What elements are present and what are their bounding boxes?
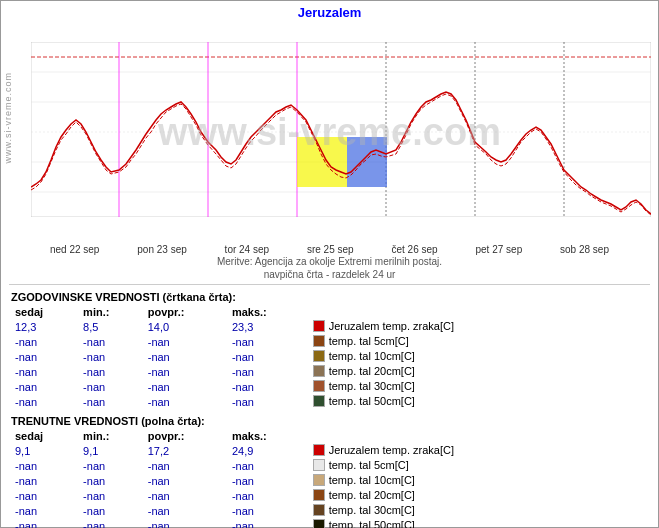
hist-maks-4: -nan bbox=[228, 379, 309, 394]
curr-row-4: -nan -nan -nan -nan temp. tal 30cm[C] bbox=[11, 503, 648, 518]
date-label-6: sob 28 sep bbox=[560, 244, 609, 255]
hist-legend-4: temp. tal 30cm[C] bbox=[309, 379, 648, 394]
curr-param-label-1: temp. tal 5cm[C] bbox=[329, 459, 409, 471]
hist-min-5: -nan bbox=[79, 394, 144, 409]
current-section: TRENUTNE VREDNOSTI (polna črta): sedaj m… bbox=[1, 411, 658, 528]
curr-row-0: 9,1 9,1 17,2 24,9 Jeruzalem temp. zraka[… bbox=[11, 443, 648, 458]
hist-min-0: 8,5 bbox=[79, 319, 144, 334]
svg-rect-16 bbox=[347, 137, 387, 187]
svg-rect-0 bbox=[31, 42, 651, 217]
curr-maks-3: -nan bbox=[228, 488, 309, 503]
hist-color-box-3 bbox=[313, 365, 325, 377]
curr-maks-5: -nan bbox=[228, 518, 309, 528]
curr-maks-0: 24,9 bbox=[228, 443, 309, 458]
hist-legend-2: temp. tal 10cm[C] bbox=[309, 349, 648, 364]
curr-maks-2: -nan bbox=[228, 473, 309, 488]
curr-sedaj-4: -nan bbox=[11, 503, 79, 518]
curr-legend-5: temp. tal 50cm[C] bbox=[309, 518, 648, 528]
hist-sedaj-5: -nan bbox=[11, 394, 79, 409]
hist-row-1: -nan -nan -nan -nan temp. tal 5cm[C] bbox=[11, 334, 648, 349]
date-label-5: pet 27 sep bbox=[475, 244, 522, 255]
hist-maks-0: 23,3 bbox=[228, 319, 309, 334]
navpicna-line: navpična črta - razdelek 24 ur bbox=[1, 268, 658, 282]
hist-povpr-1: -nan bbox=[144, 334, 228, 349]
date-label-0: ned 22 sep bbox=[50, 244, 100, 255]
hist-povpr-2: -nan bbox=[144, 349, 228, 364]
curr-sedaj-5: -nan bbox=[11, 518, 79, 528]
curr-min-0: 9,1 bbox=[79, 443, 144, 458]
curr-min-3: -nan bbox=[79, 488, 144, 503]
hist-povpr-3: -nan bbox=[144, 364, 228, 379]
curr-color-box-3 bbox=[313, 489, 325, 501]
curr-sedaj-3: -nan bbox=[11, 488, 79, 503]
curr-header-legend bbox=[309, 429, 648, 443]
curr-legend-4: temp. tal 30cm[C] bbox=[309, 503, 648, 518]
curr-param-label-5: temp. tal 50cm[C] bbox=[329, 519, 415, 528]
curr-legend-2: temp. tal 10cm[C] bbox=[309, 473, 648, 488]
chart-svg: 20 10 bbox=[31, 42, 651, 217]
hist-header-sedaj: sedaj bbox=[11, 305, 79, 319]
curr-row-3: -nan -nan -nan -nan temp. tal 20cm[C] bbox=[11, 488, 648, 503]
hist-header-maks: maks.: bbox=[228, 305, 309, 319]
curr-color-box-4 bbox=[313, 504, 325, 516]
hist-color-box-2 bbox=[313, 350, 325, 362]
curr-row-2: -nan -nan -nan -nan temp. tal 10cm[C] bbox=[11, 473, 648, 488]
hist-legend-1: temp. tal 5cm[C] bbox=[309, 334, 648, 349]
current-table: sedaj min.: povpr.: maks.: 9,1 9,1 17,2 … bbox=[11, 429, 648, 528]
hist-param-label-4: temp. tal 30cm[C] bbox=[329, 380, 415, 392]
historical-table: sedaj min.: povpr.: maks.: 12,3 8,5 14,0… bbox=[11, 305, 648, 409]
hist-header-povpr: povpr.: bbox=[144, 305, 228, 319]
curr-row-5: -nan -nan -nan -nan temp. tal 50cm[C] bbox=[11, 518, 648, 528]
hist-param-label-1: temp. tal 5cm[C] bbox=[329, 335, 409, 347]
curr-min-1: -nan bbox=[79, 458, 144, 473]
hist-min-4: -nan bbox=[79, 379, 144, 394]
curr-header-maks: maks.: bbox=[228, 429, 309, 443]
curr-povpr-2: -nan bbox=[144, 473, 228, 488]
hist-legend-5: temp. tal 50cm[C] bbox=[309, 394, 648, 409]
hist-param-label-3: temp. tal 20cm[C] bbox=[329, 365, 415, 377]
curr-color-box-2 bbox=[313, 474, 325, 486]
curr-povpr-3: -nan bbox=[144, 488, 228, 503]
curr-sedaj-2: -nan bbox=[11, 473, 79, 488]
curr-color-box-0 bbox=[313, 444, 325, 456]
svg-rect-15 bbox=[297, 137, 347, 187]
hist-param-label-5: temp. tal 50cm[C] bbox=[329, 395, 415, 407]
si-vreme-left-label: www.si-vreme.com bbox=[3, 72, 13, 164]
hist-param-label-0: Jeruzalem temp. zraka[C] bbox=[329, 320, 454, 332]
date-label-1: pon 23 sep bbox=[137, 244, 187, 255]
hist-row-4: -nan -nan -nan -nan temp. tal 30cm[C] bbox=[11, 379, 648, 394]
historical-title: ZGODOVINSKE VREDNOSTI (črtkana črta): bbox=[11, 291, 648, 303]
hist-param-label-2: temp. tal 10cm[C] bbox=[329, 350, 415, 362]
hist-povpr-0: 14,0 bbox=[144, 319, 228, 334]
curr-legend-3: temp. tal 20cm[C] bbox=[309, 488, 648, 503]
curr-row-1: -nan -nan -nan -nan temp. tal 5cm[C] bbox=[11, 458, 648, 473]
legend-line-1: Meritve: Agencija za okolje Extremi meri… bbox=[1, 255, 658, 268]
curr-sedaj-1: -nan bbox=[11, 458, 79, 473]
curr-color-box-1 bbox=[313, 459, 325, 471]
curr-povpr-0: 17,2 bbox=[144, 443, 228, 458]
curr-povpr-5: -nan bbox=[144, 518, 228, 528]
hist-min-3: -nan bbox=[79, 364, 144, 379]
hist-min-2: -nan bbox=[79, 349, 144, 364]
hist-sedaj-0: 12,3 bbox=[11, 319, 79, 334]
curr-maks-4: -nan bbox=[228, 503, 309, 518]
curr-param-label-3: temp. tal 20cm[C] bbox=[329, 489, 415, 501]
curr-legend-0: Jeruzalem temp. zraka[C] bbox=[309, 443, 648, 458]
date-label-4: čet 26 sep bbox=[391, 244, 437, 255]
curr-min-5: -nan bbox=[79, 518, 144, 528]
curr-povpr-4: -nan bbox=[144, 503, 228, 518]
curr-sedaj-0: 9,1 bbox=[11, 443, 79, 458]
current-title: TRENUTNE VREDNOSTI (polna črta): bbox=[11, 415, 648, 427]
historical-section: ZGODOVINSKE VREDNOSTI (črtkana črta): se… bbox=[1, 287, 658, 411]
hist-sedaj-1: -nan bbox=[11, 334, 79, 349]
curr-maks-1: -nan bbox=[228, 458, 309, 473]
hist-row-0: 12,3 8,5 14,0 23,3 Jeruzalem temp. zraka… bbox=[11, 319, 648, 334]
curr-param-label-4: temp. tal 30cm[C] bbox=[329, 504, 415, 516]
curr-povpr-1: -nan bbox=[144, 458, 228, 473]
hist-legend-3: temp. tal 20cm[C] bbox=[309, 364, 648, 379]
curr-header-min: min.: bbox=[79, 429, 144, 443]
hist-row-3: -nan -nan -nan -nan temp. tal 20cm[C] bbox=[11, 364, 648, 379]
chart-area: www.si-vreme.com 20 10 bbox=[1, 22, 658, 242]
curr-header-povpr: povpr.: bbox=[144, 429, 228, 443]
hist-povpr-5: -nan bbox=[144, 394, 228, 409]
